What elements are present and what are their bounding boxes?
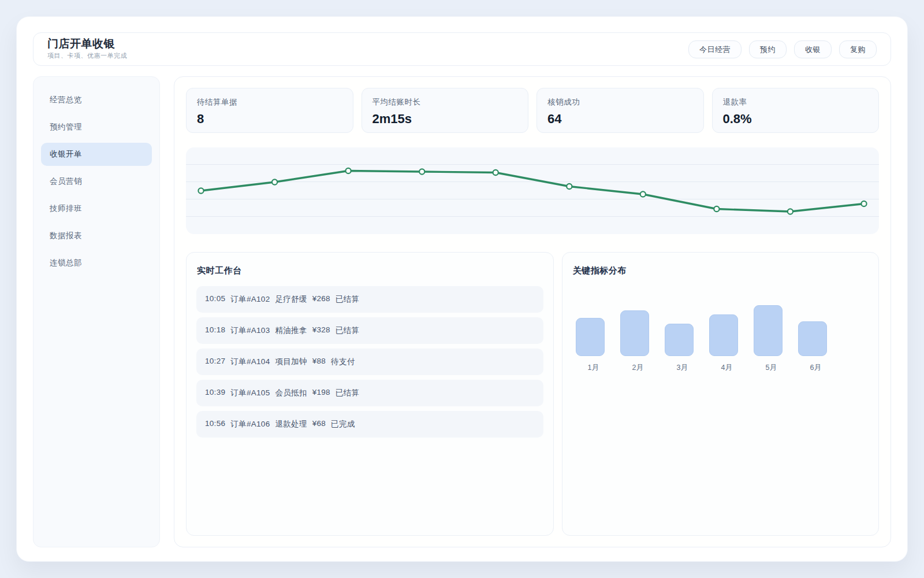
sidebar-item-6[interactable]: 数据报表 — [41, 224, 152, 247]
bar-3月 — [665, 324, 694, 356]
stat-value: 2m15s — [372, 112, 518, 127]
trend-line — [201, 171, 864, 212]
order-service: 项目加钟 — [275, 357, 307, 367]
sidebar-nav: 经营总览预约管理收银开单会员营销技师排班数据报表连锁总部 — [33, 76, 160, 547]
order-service: 退款处理 — [275, 419, 307, 429]
bar-5月 — [754, 305, 783, 356]
title-block: 门店开单收银 项目、卡项、优惠一单完成 — [47, 38, 127, 60]
stat-value: 8 — [197, 112, 342, 127]
stat-card-2: 平均结账时长2m15s — [362, 88, 529, 133]
bar-column-5 — [754, 305, 783, 356]
order-amount: ¥88 — [312, 357, 326, 367]
trend-point-2 — [272, 179, 277, 184]
order-order: 订单#A102 — [230, 294, 270, 305]
stats-row: 待结算单据8平均结账时长2m15s核销成功64退款率0.8% — [186, 88, 879, 133]
order-amount: ¥68 — [312, 419, 326, 429]
trend-point-6 — [567, 184, 572, 189]
sidebar-item-3[interactable]: 收银开单 — [41, 143, 152, 166]
order-amount: ¥198 — [312, 388, 330, 398]
order-order: 订单#A103 — [230, 325, 270, 336]
order-amount: ¥328 — [312, 325, 330, 336]
page-header: 门店开单收银 项目、卡项、优惠一单完成 今日经营预约收银复购 — [33, 32, 891, 66]
trend-point-3 — [346, 168, 351, 173]
order-time: 10:05 — [205, 294, 225, 305]
workbench-card: 实时工作台 10:05订单#A102足疗舒缓¥268已结算10:18订单#A10… — [186, 252, 554, 536]
stat-value: 0.8% — [723, 112, 869, 127]
sidebar-item-7[interactable]: 连锁总部 — [41, 251, 152, 275]
order-time: 10:27 — [205, 357, 225, 367]
page-title: 门店开单收银 — [47, 38, 127, 50]
lower-row: 实时工作台 10:05订单#A102足疗舒缓¥268已结算10:18订单#A10… — [186, 252, 879, 536]
order-row-5[interactable]: 10:56订单#A106退款处理¥68已完成 — [196, 411, 543, 438]
bar-6月 — [798, 321, 827, 356]
trend-line-chart — [186, 147, 879, 234]
stat-card-1: 待结算单据8 — [186, 88, 353, 133]
order-row-1[interactable]: 10:05订单#A102足疗舒缓¥268已结算 — [196, 286, 543, 313]
order-time: 10:56 — [205, 419, 225, 429]
order-service: 会员抵扣 — [275, 388, 307, 398]
bar-4月 — [709, 314, 738, 356]
bar-1月 — [576, 318, 605, 356]
bar-chart-labels: 1月2月3月4月5月6月 — [576, 363, 869, 373]
page-subtitle: 项目、卡项、优惠一单完成 — [47, 51, 127, 60]
order-order: 订单#A106 — [230, 419, 270, 429]
sidebar-item-5[interactable]: 技师排班 — [41, 197, 152, 220]
sidebar-item-4[interactable]: 会员营销 — [41, 170, 152, 193]
order-status: 已结算 — [336, 325, 359, 336]
header-action-button-1[interactable]: 今日经营 — [688, 40, 742, 58]
order-order: 订单#A105 — [230, 388, 270, 398]
order-order: 订单#A104 — [230, 357, 270, 367]
stat-label: 核销成功 — [547, 97, 693, 108]
stat-card-4: 退款率0.8% — [712, 88, 880, 133]
trend-point-8 — [714, 206, 719, 212]
stat-label: 平均结账时长 — [372, 97, 518, 108]
header-actions: 今日经营预约收银复购 — [688, 40, 877, 58]
header-action-button-4[interactable]: 复购 — [839, 40, 877, 58]
bar-label-5: 5月 — [757, 363, 786, 373]
trend-point-10 — [861, 201, 866, 206]
stat-label: 退款率 — [723, 97, 869, 108]
order-status: 已完成 — [331, 419, 355, 429]
trend-point-4 — [419, 169, 424, 174]
content-row: 经营总览预约管理收银开单会员营销技师排班数据报表连锁总部 待结算单据8平均结账时… — [33, 76, 891, 547]
trend-point-9 — [788, 209, 793, 214]
order-service: 足疗舒缓 — [275, 294, 307, 305]
trend-chart-card — [186, 147, 879, 234]
header-action-button-3[interactable]: 收银 — [794, 40, 832, 58]
bar-column-2 — [620, 310, 649, 356]
workbench-title: 实时工作台 — [197, 265, 543, 276]
trend-point-5 — [493, 170, 498, 175]
header-action-button-2[interactable]: 预约 — [749, 40, 787, 58]
stat-card-3: 核销成功64 — [536, 88, 704, 133]
bar-chart-bars — [576, 303, 869, 356]
order-amount: ¥268 — [312, 294, 330, 305]
order-row-4[interactable]: 10:39订单#A105会员抵扣¥198已结算 — [196, 380, 543, 406]
main-panel: 待结算单据8平均结账时长2m15s核销成功64退款率0.8% 实时工作台 10:… — [174, 76, 891, 547]
sidebar-item-2[interactable]: 预约管理 — [41, 116, 152, 139]
order-status: 已结算 — [336, 388, 359, 398]
bar-column-6 — [798, 321, 827, 356]
sidebar-item-1[interactable]: 经营总览 — [41, 88, 152, 112]
app-window: 门店开单收银 项目、卡项、优惠一单完成 今日经营预约收银复购 经营总览预约管理收… — [16, 16, 908, 562]
order-status: 待支付 — [331, 357, 355, 367]
order-time: 10:18 — [205, 325, 225, 336]
bar-label-6: 6月 — [802, 363, 830, 373]
bar-column-4 — [709, 314, 738, 356]
stat-label: 待结算单据 — [197, 97, 342, 108]
order-row-2[interactable]: 10:18订单#A103精油推拿¥328已结算 — [196, 317, 543, 344]
order-status: 已结算 — [336, 294, 359, 305]
bar-label-2: 2月 — [624, 363, 653, 373]
bar-label-3: 3月 — [668, 363, 697, 373]
order-list: 10:05订单#A102足疗舒缓¥268已结算10:18订单#A103精油推拿¥… — [196, 286, 543, 438]
metrics-card: 关键指标分布 1月2月3月4月5月6月 — [562, 252, 879, 536]
order-time: 10:39 — [205, 388, 225, 398]
order-service: 精油推拿 — [275, 325, 307, 336]
order-row-3[interactable]: 10:27订单#A104项目加钟¥88待支付 — [196, 349, 543, 375]
trend-point-1 — [198, 188, 203, 193]
bar-label-1: 1月 — [579, 363, 608, 373]
bar-column-1 — [576, 318, 605, 356]
bar-2月 — [620, 310, 649, 356]
metrics-title: 关键指标分布 — [573, 265, 869, 276]
trend-point-7 — [640, 191, 646, 197]
bar-column-3 — [665, 324, 694, 356]
